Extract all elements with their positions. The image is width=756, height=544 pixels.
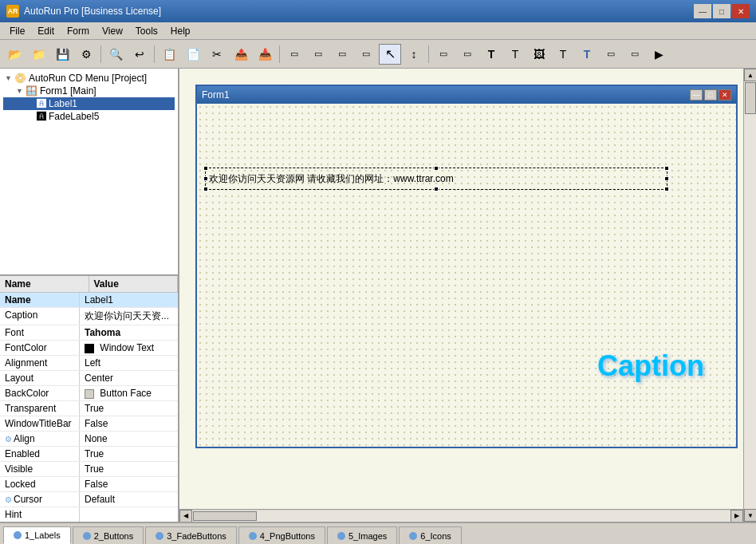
tab-6-icons[interactable]: 6_Icons bbox=[399, 526, 462, 544]
toolbar-rect5[interactable]: ▭ bbox=[432, 44, 455, 65]
tree-form[interactable]: ▼ 🪟 Form1 [Main] bbox=[3, 85, 175, 97]
prop-name-enabled: Enabled bbox=[0, 447, 80, 461]
toolbar-rect1[interactable]: ▭ bbox=[283, 44, 305, 65]
prop-row-enabled[interactable]: Enabled True bbox=[0, 447, 178, 462]
prop-row-visible[interactable]: Visible True bbox=[0, 462, 178, 477]
title-bar: AR AutoRun Pro [Business License] — □ ✕ bbox=[0, 0, 756, 22]
menu-bar: File Edit Form View Tools Help bbox=[0, 22, 756, 40]
tab-3-fadebuttons[interactable]: 3_FadeButtons bbox=[145, 526, 237, 544]
handle-bl[interactable] bbox=[203, 187, 208, 191]
v-scroll-up[interactable]: ▲ bbox=[744, 69, 756, 81]
toolbar-new[interactable]: 📂 bbox=[3, 44, 26, 65]
menu-help[interactable]: Help bbox=[164, 24, 197, 38]
handle-br[interactable] bbox=[664, 187, 669, 191]
form-close-btn[interactable]: ✕ bbox=[719, 89, 731, 101]
prop-row-caption[interactable]: Caption 欢迎你访问天天资... bbox=[0, 308, 178, 325]
tab-1-label: 1_Labels bbox=[25, 530, 61, 540]
handle-tl[interactable] bbox=[203, 166, 208, 171]
tab-4-pngbuttons[interactable]: 4_PngButtons bbox=[238, 526, 325, 544]
canvas-scrollable[interactable]: Form1 — □ ✕ bbox=[179, 69, 743, 509]
handle-tr[interactable] bbox=[664, 166, 669, 171]
h-scroll-left[interactable]: ◀ bbox=[179, 510, 192, 522]
toolbar-text4[interactable]: T bbox=[576, 44, 598, 65]
prop-row-layout[interactable]: Layout Center bbox=[0, 371, 178, 386]
v-scroll-track[interactable] bbox=[744, 81, 756, 509]
prop-row-windowtitlebar[interactable]: WindowTitleBar False bbox=[0, 416, 178, 432]
menu-file[interactable]: File bbox=[3, 24, 31, 38]
prop-value-windowtitlebar: False bbox=[80, 416, 178, 431]
prop-name-font: Font bbox=[0, 325, 80, 340]
tree-form-label: Form1 [Main] bbox=[40, 85, 96, 97]
tree-label1[interactable]: 🅰 Label1 bbox=[3, 97, 175, 110]
toolbar-open[interactable]: 📁 bbox=[27, 44, 49, 65]
prop-row-hint[interactable]: Hint bbox=[0, 507, 178, 522]
prop-row-backcolor[interactable]: BackColor Button Face bbox=[0, 386, 178, 401]
toolbar-rect6[interactable]: ▭ bbox=[456, 44, 478, 65]
prop-value-locked: False bbox=[80, 477, 178, 491]
prop-value-caption: 欢迎你访问天天资... bbox=[80, 308, 178, 325]
prop-row-name[interactable]: Name Label1 bbox=[0, 293, 178, 308]
prop-row-alignment[interactable]: Alignment Left bbox=[0, 356, 178, 371]
toolbar-play[interactable]: ▶ bbox=[648, 44, 670, 65]
toolbar-rect4[interactable]: ▭ bbox=[355, 44, 377, 65]
prop-row-cursor[interactable]: ⚙Cursor Default bbox=[0, 492, 178, 507]
tab-5-images[interactable]: 5_Images bbox=[327, 526, 397, 544]
toolbar-search[interactable]: 🔍 bbox=[104, 44, 127, 65]
toolbar-rect3[interactable]: ▭ bbox=[331, 44, 353, 65]
prop-row-transparent[interactable]: Transparent True bbox=[0, 401, 178, 416]
menu-edit[interactable]: Edit bbox=[31, 24, 61, 38]
form-min-btn[interactable]: — bbox=[690, 89, 703, 101]
maximize-button[interactable]: □ bbox=[713, 4, 730, 18]
handle-mr[interactable] bbox=[664, 176, 669, 181]
prop-row-fontcolor[interactable]: FontColor Window Text bbox=[0, 341, 178, 356]
toolbar-save[interactable]: 💾 bbox=[51, 44, 73, 65]
canvas-label[interactable]: 欢迎你访问天天资源网 请收藏我们的网址：www.ttrar.com bbox=[205, 168, 667, 190]
menu-view[interactable]: View bbox=[96, 24, 129, 38]
handle-tm[interactable] bbox=[434, 166, 439, 171]
h-scroll-track[interactable] bbox=[192, 510, 730, 522]
toolbar-rect8[interactable]: ▭ bbox=[624, 44, 646, 65]
toolbar-copy[interactable]: 📋 bbox=[158, 44, 180, 65]
h-scroll-thumb[interactable] bbox=[193, 511, 257, 521]
toolbar-cursor[interactable]: ↖ bbox=[379, 44, 401, 65]
prop-row-align[interactable]: ⚙Align None bbox=[0, 432, 178, 447]
prop-row-font[interactable]: Font Tahoma bbox=[0, 325, 178, 341]
toolbar-cut[interactable]: ✂ bbox=[206, 44, 228, 65]
prop-row-locked[interactable]: Locked False bbox=[0, 477, 178, 492]
close-button[interactable]: ✕ bbox=[732, 4, 750, 18]
tree-root[interactable]: ▼ 📀 AutoRun CD Menu [Project] bbox=[3, 72, 175, 85]
form-content[interactable]: 欢迎你访问天天资源网 请收藏我们的网址：www.ttrar.com Captio… bbox=[197, 104, 736, 447]
v-scroll-thumb[interactable] bbox=[745, 82, 756, 114]
toolbar-rect7[interactable]: ▭ bbox=[600, 44, 622, 65]
v-scroll-down[interactable]: ▼ bbox=[744, 509, 756, 522]
prop-name-windowtitlebar: WindowTitleBar bbox=[0, 416, 80, 431]
toolbar-image[interactable]: 🖼 bbox=[528, 44, 550, 65]
menu-form[interactable]: Form bbox=[61, 24, 96, 38]
toolbar-text1[interactable]: T bbox=[480, 44, 502, 65]
tree-label2[interactable]: 🅰 FadeLabel5 bbox=[3, 110, 175, 123]
handle-bm[interactable] bbox=[434, 187, 439, 191]
h-scroll-right[interactable]: ▶ bbox=[730, 510, 743, 522]
toolbar-sep4 bbox=[428, 45, 429, 63]
tab-2-buttons[interactable]: 2_Buttons bbox=[73, 526, 144, 544]
form-max-btn[interactable]: □ bbox=[704, 89, 717, 101]
tab-5-icon bbox=[337, 532, 345, 540]
toolbar-text3[interactable]: T bbox=[552, 44, 574, 65]
title-bar-left: AR AutoRun Pro [Business License] bbox=[6, 5, 161, 18]
toolbar-export[interactable]: 📤 bbox=[230, 44, 252, 65]
toolbar-paste[interactable]: 📄 bbox=[182, 44, 204, 65]
tab-1-labels[interactable]: 1_Labels bbox=[3, 526, 71, 544]
minimize-button[interactable]: — bbox=[694, 4, 711, 18]
menu-tools[interactable]: Tools bbox=[129, 24, 164, 38]
toolbar-text2[interactable]: T bbox=[504, 44, 526, 65]
tab-3-icon bbox=[156, 532, 163, 540]
toolbar-resize[interactable]: ↕ bbox=[403, 44, 425, 65]
handle-ml[interactable] bbox=[203, 176, 208, 181]
toolbar-import[interactable]: 📥 bbox=[254, 44, 276, 65]
tab-3-label: 3_FadeButtons bbox=[167, 531, 226, 541]
toolbar-undo[interactable]: ↩ bbox=[128, 44, 151, 65]
tree-form-icon: 🪟 bbox=[26, 85, 37, 97]
toolbar-rect2[interactable]: ▭ bbox=[307, 44, 329, 65]
toolbar-settings[interactable]: ⚙ bbox=[75, 44, 97, 65]
prop-value-backcolor: Button Face bbox=[80, 386, 178, 400]
